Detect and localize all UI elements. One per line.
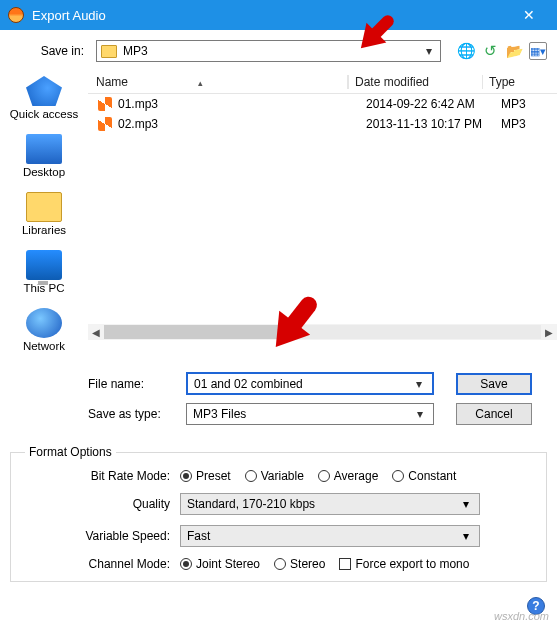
file-list-header[interactable]: Name▴ Date modified Type: [88, 70, 557, 94]
file-type-cell: MP3: [495, 97, 557, 111]
close-button[interactable]: ✕: [509, 0, 549, 30]
titlebar: Export Audio ✕: [0, 0, 557, 30]
folder-icon: [101, 45, 117, 58]
recent-icon[interactable]: ↺: [481, 42, 499, 60]
watermark: wsxdn.com: [494, 610, 549, 622]
view-menu-icon[interactable]: ▦▾: [529, 42, 547, 60]
back-icon[interactable]: 🌐: [457, 42, 475, 60]
scroll-right-icon[interactable]: ▶: [541, 327, 557, 338]
place-label: Desktop: [0, 166, 88, 178]
place-libraries[interactable]: Libraries: [0, 192, 88, 236]
desktop-icon: [26, 134, 62, 164]
annotation-arrow: [265, 297, 321, 353]
place-network[interactable]: Network: [0, 308, 88, 352]
file-name-value: 01 and 02 combined: [194, 377, 412, 391]
quality-combo[interactable]: Standard, 170-210 kbps ▾: [180, 493, 480, 515]
quality-label: Quality: [25, 497, 180, 511]
save-in-row: Save in: MP3 ▾ 🌐 ↺ 📂 ▦▾: [0, 30, 557, 70]
format-options-legend: Format Options: [25, 445, 116, 459]
save-button[interactable]: Save: [456, 373, 532, 395]
col-name[interactable]: Name▴: [88, 75, 348, 89]
force-mono-checkbox[interactable]: Force export to mono: [339, 557, 469, 571]
place-label: Libraries: [0, 224, 88, 236]
bitrate-variable-radio[interactable]: Variable: [245, 469, 304, 483]
this-pc-icon: [26, 250, 62, 280]
file-type-cell: MP3: [495, 117, 557, 131]
bitrate-constant-radio[interactable]: Constant: [392, 469, 456, 483]
file-name-cell: 01.mp3: [118, 97, 360, 111]
chevron-down-icon[interactable]: ▾: [412, 377, 426, 391]
place-quick-access[interactable]: Quick access: [0, 76, 88, 120]
bitrate-mode-label: Bit Rate Mode:: [25, 469, 180, 483]
file-row[interactable]: 01.mp3 2014-09-22 6:42 AM MP3: [88, 94, 557, 114]
file-row[interactable]: 02.mp3 2013-11-13 10:17 PM MP3: [88, 114, 557, 134]
format-options-group: Format Options Bit Rate Mode: Preset Var…: [10, 445, 547, 582]
network-icon: [26, 308, 62, 338]
scroll-left-icon[interactable]: ◀: [88, 327, 104, 338]
vlc-icon: [98, 97, 112, 111]
file-name-cell: 02.mp3: [118, 117, 360, 131]
chevron-down-icon[interactable]: ▾: [413, 407, 427, 421]
quick-access-icon: [26, 76, 62, 106]
file-name-input[interactable]: 01 and 02 combined ▾: [186, 372, 434, 395]
variable-speed-label: Variable Speed:: [25, 529, 180, 543]
filename-area: File name: 01 and 02 combined ▾ Save Sav…: [0, 366, 557, 443]
place-desktop[interactable]: Desktop: [0, 134, 88, 178]
libraries-icon: [26, 192, 62, 222]
place-label: Quick access: [0, 108, 88, 120]
up-folder-icon[interactable]: 📂: [505, 42, 523, 60]
variable-speed-value: Fast: [187, 529, 459, 543]
save-type-label: Save as type:: [6, 407, 186, 421]
chevron-down-icon[interactable]: ▾: [459, 497, 473, 511]
save-in-label: Save in:: [10, 44, 88, 58]
bitrate-average-radio[interactable]: Average: [318, 469, 378, 483]
vlc-icon: [98, 117, 112, 131]
quality-value: Standard, 170-210 kbps: [187, 497, 459, 511]
place-this-pc[interactable]: This PC: [0, 250, 88, 294]
file-date-cell: 2014-09-22 6:42 AM: [360, 97, 495, 111]
window-title: Export Audio: [32, 8, 509, 23]
app-icon: [8, 7, 24, 23]
place-label: Network: [0, 340, 88, 352]
nav-toolbar: 🌐 ↺ 📂 ▦▾: [457, 42, 547, 60]
channel-stereo-radio[interactable]: Stereo: [274, 557, 325, 571]
save-type-value: MP3 Files: [193, 407, 413, 421]
channel-joint-radio[interactable]: Joint Stereo: [180, 557, 260, 571]
chevron-down-icon[interactable]: ▾: [422, 44, 436, 58]
file-date-cell: 2013-11-13 10:17 PM: [360, 117, 495, 131]
bitrate-preset-radio[interactable]: Preset: [180, 469, 231, 483]
cancel-button[interactable]: Cancel: [456, 403, 532, 425]
save-type-combo[interactable]: MP3 Files ▾: [186, 403, 434, 425]
file-name-label: File name:: [6, 377, 186, 391]
chevron-down-icon[interactable]: ▾: [459, 529, 473, 543]
col-type[interactable]: Type: [483, 75, 557, 89]
variable-speed-combo[interactable]: Fast ▾: [180, 525, 480, 547]
channel-mode-label: Channel Mode:: [25, 557, 180, 571]
col-date[interactable]: Date modified: [348, 75, 483, 89]
places-bar: Quick access Desktop Libraries This PC N…: [0, 70, 88, 366]
